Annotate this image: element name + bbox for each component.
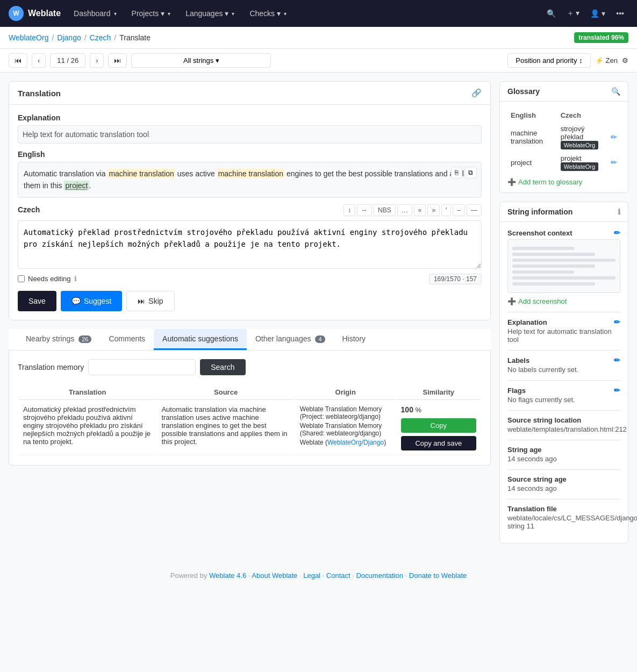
needs-editing-checkbox[interactable]: [18, 275, 25, 282]
weblate-logo: W: [9, 6, 24, 21]
footer-donate[interactable]: Donate to Weblate: [409, 571, 467, 580]
string-info-explanation-label: Explanation ✏: [507, 318, 620, 326]
glossary-table: English Czech machine translation strojo…: [507, 108, 620, 174]
glossary-edit-icon-1[interactable]: ✏: [611, 133, 617, 141]
navbar-right: 🔍 ＋ ▾ 👤 ▾ •••: [542, 4, 629, 23]
add-term-button[interactable]: ➕ Add term to glossary: [507, 178, 620, 186]
glossary-header: Glossary 🔍: [500, 82, 628, 102]
tm-table: Translation Source Origin Similarity Aut…: [18, 384, 482, 456]
labels-edit-icon[interactable]: ✏: [614, 356, 620, 364]
save-button[interactable]: Save: [18, 291, 56, 311]
nav-prev-button[interactable]: ‹: [32, 53, 46, 68]
special-char-emdash[interactable]: —: [467, 204, 482, 216]
glossary-badge-1: WeblateOrg: [561, 141, 599, 149]
more-icon[interactable]: •••: [612, 5, 628, 22]
skip-button[interactable]: ⏭ Skip: [126, 291, 174, 311]
nav-last-button[interactable]: ⏭: [108, 53, 127, 68]
glossary-title: Glossary: [507, 87, 540, 96]
footer-contact[interactable]: Contact: [326, 571, 350, 580]
glossary-czech-2: projekt WeblateOrg: [559, 152, 605, 173]
flags-label: Flags ✏: [507, 386, 620, 395]
copy-source-alt-button[interactable]: ⧉: [464, 167, 477, 178]
tab-other-languages[interactable]: Other languages 4: [247, 329, 334, 350]
footer-weblate-version[interactable]: Weblate 4.6: [209, 571, 246, 580]
screenshot-context-row: Screenshot context ✏: [507, 228, 620, 305]
list-item: machine translation strojový překlad Web…: [509, 123, 619, 151]
special-char-prime[interactable]: ′: [441, 204, 451, 216]
tab-comments[interactable]: Comments: [100, 329, 154, 350]
nav-projects[interactable]: Projects ▾: [125, 5, 177, 22]
string-info-explanation-value: Help text for automatic translation tool: [507, 327, 620, 344]
all-strings-dropdown[interactable]: All strings ▾: [131, 53, 271, 68]
flags-edit-icon[interactable]: ✏: [614, 386, 620, 395]
footer-about[interactable]: About Weblate: [252, 571, 297, 580]
glossary-body: English Czech machine translation strojo…: [500, 102, 628, 192]
explanation-edit-icon[interactable]: ✏: [614, 318, 620, 326]
english-highlight3: project: [64, 181, 89, 190]
tm-search-input[interactable]: [88, 359, 196, 375]
action-buttons: Save 💬 Suggest ⏭ Skip: [18, 291, 482, 311]
zen-button[interactable]: ⚡ Zen: [595, 56, 618, 65]
special-char-rquote[interactable]: »: [427, 204, 440, 216]
special-char-nbs[interactable]: NBS: [374, 204, 396, 216]
flags-row: Flags ✏ No flags currently set.: [507, 386, 620, 404]
add-screenshot-button[interactable]: ➕ Add screenshot: [507, 297, 620, 305]
other-lang-badge: 4: [315, 335, 325, 343]
special-char-arrows2[interactable]: ↔: [357, 204, 372, 216]
search-icon[interactable]: 🔍: [542, 5, 560, 22]
brand[interactable]: W Weblate: [9, 6, 61, 21]
info-icon: ℹ: [618, 208, 620, 216]
czech-footer: Needs editing ℹ 169/1570 · 157: [18, 274, 482, 284]
explanation-input[interactable]: [18, 125, 482, 144]
glossary-col-czech: Czech: [559, 109, 605, 121]
copy-source-button[interactable]: ⎘: [451, 167, 462, 178]
glossary-edit-icon-2[interactable]: ✏: [611, 158, 617, 167]
table-row: Automatický překlad prostřednictvím stro…: [19, 401, 481, 455]
translation-file-value: weblate/locale/cs/LC_MESSAGES/django.po,…: [507, 514, 620, 530]
nav-dashboard[interactable]: Dashboard: [67, 5, 123, 22]
origin-link[interactable]: WeblateOrg/Django: [327, 439, 384, 446]
tab-history[interactable]: History: [334, 329, 375, 350]
tm-search-button[interactable]: Search: [200, 359, 245, 375]
special-char-arrows[interactable]: ↕: [343, 204, 355, 216]
link-icon[interactable]: 🔗: [471, 88, 482, 98]
breadcrumb: WeblateOrg / Django / Czech / Translate …: [0, 27, 637, 49]
needs-editing-label[interactable]: Needs editing ℹ: [18, 275, 77, 283]
breadcrumb-translate: Translate: [119, 33, 151, 42]
copy-button[interactable]: Copy: [401, 418, 476, 433]
tab-automatic-suggestions[interactable]: Automatic suggestions: [154, 329, 247, 350]
breadcrumb-weblateorg[interactable]: WeblateOrg: [9, 33, 48, 42]
copy-save-button[interactable]: Copy and save: [401, 436, 476, 451]
footer-documentation[interactable]: Documentation: [356, 571, 403, 580]
glossary-badge-2: WeblateOrg: [561, 162, 599, 171]
breadcrumb-czech[interactable]: Czech: [90, 33, 111, 42]
string-info-body: Screenshot context ✏: [500, 222, 628, 543]
glossary-english-1: machine translation: [509, 123, 557, 151]
glossary-english-2: project: [509, 152, 557, 173]
string-age-row: String age 14 seconds ago: [507, 446, 620, 463]
czech-textarea[interactable]: Automatický překlad prostřednictvím stro…: [18, 220, 482, 269]
nav-languages[interactable]: Languages ▾: [179, 5, 241, 22]
special-char-ellipsis[interactable]: …: [397, 204, 412, 216]
nav-checks[interactable]: Checks ▾: [243, 5, 293, 22]
footer-legal[interactable]: Legal: [303, 571, 320, 580]
string-toolbar: ⏮ ‹ 11 / 26 › ⏭ All strings ▾ Position a…: [0, 49, 637, 73]
nav-next-button[interactable]: ›: [90, 53, 104, 68]
special-char-lquote[interactable]: «: [414, 204, 426, 216]
glossary-search-icon[interactable]: 🔍: [611, 87, 620, 96]
tm-similarity-cell: 100 % Copy Copy and save: [397, 401, 481, 455]
breadcrumb-django[interactable]: Django: [57, 33, 81, 42]
tab-nearby-strings[interactable]: Nearby strings 26: [17, 329, 100, 350]
user-icon[interactable]: 👤 ▾: [586, 5, 610, 22]
footer: Powered by Weblate 4.6 · About Weblate ·…: [0, 561, 637, 590]
suggest-button[interactable]: 💬 Suggest: [61, 291, 122, 311]
plus-icon[interactable]: ＋ ▾: [562, 4, 584, 23]
source-location-value: weblate/templates/translation.html:212: [507, 425, 620, 433]
origin-line1: Weblate Translation Memory (Project: web…: [300, 405, 391, 420]
position-priority-button[interactable]: Position and priority ↕: [507, 53, 590, 68]
nav-first-button[interactable]: ⏮: [9, 53, 27, 68]
settings-button[interactable]: ⚙: [622, 56, 628, 65]
special-char-endash[interactable]: –: [453, 204, 465, 216]
screenshot-edit-icon[interactable]: ✏: [614, 228, 620, 237]
page-info: 11 / 26: [50, 53, 85, 68]
